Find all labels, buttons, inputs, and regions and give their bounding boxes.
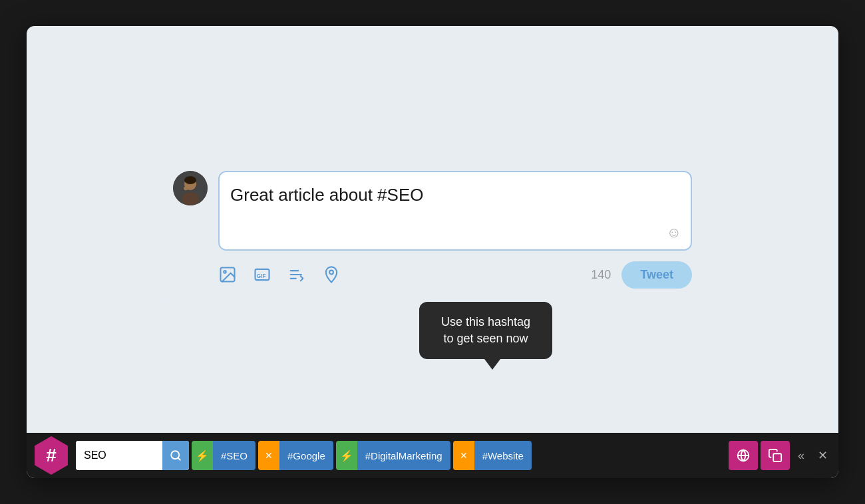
tooltip-line2: to get seen now: [443, 332, 528, 345]
composer-bottom: GIF: [173, 261, 692, 289]
svg-point-3: [184, 176, 196, 184]
hashtag-chip-website[interactable]: ✕ #Website: [453, 441, 532, 470]
tooltip-line1: Use this hashtag: [441, 315, 530, 328]
search-button[interactable]: [162, 441, 189, 470]
hashtag-bar: # ⚡ #SEO ✕ #Google ⚡ #DigitalMarketing: [27, 433, 838, 478]
thread-icon[interactable]: [287, 265, 306, 284]
chip-label-website: #Website: [474, 441, 532, 470]
char-count: 140: [591, 268, 611, 282]
tooltip-bubble: Use this hashtag to get seen now: [419, 302, 552, 359]
svg-line-14: [178, 457, 180, 459]
location-icon[interactable]: [322, 265, 341, 284]
tooltip-arrow: [484, 359, 500, 370]
bar-actions: « ✕: [729, 441, 833, 470]
compare-button[interactable]: [729, 441, 758, 470]
hashtag-logo[interactable]: #: [32, 436, 71, 475]
tweet-text: Great article about #SEO: [230, 183, 680, 239]
chip-icon-website: ✕: [453, 441, 474, 470]
gif-icon[interactable]: GIF: [253, 265, 271, 284]
svg-point-6: [224, 271, 226, 273]
chip-icon-google: ✕: [258, 441, 279, 470]
window-frame: Great article about #SEO ☺: [27, 26, 838, 478]
svg-point-12: [329, 271, 333, 275]
tooltip-container: Use this hashtag to get seen now: [419, 302, 552, 370]
composer-top: Great article about #SEO ☺: [173, 171, 692, 251]
chip-icon-digitalmarketing: ⚡: [336, 441, 357, 470]
svg-text:GIF: GIF: [257, 273, 266, 279]
chip-icon-seo: ⚡: [192, 441, 213, 470]
search-input[interactable]: [76, 441, 162, 470]
copy-button[interactable]: [761, 441, 790, 470]
emoji-icon[interactable]: ☺: [667, 224, 681, 241]
toolbar-icons: GIF: [218, 265, 591, 284]
main-content: Great article about #SEO ☺: [27, 26, 838, 433]
svg-point-2: [182, 192, 199, 205]
tweet-composer: Great article about #SEO ☺: [160, 158, 705, 302]
chip-label-digitalmarketing: #DigitalMarketing: [357, 441, 450, 470]
chip-label-seo: #SEO: [213, 441, 256, 470]
hashtag-chip-seo[interactable]: ⚡ #SEO: [192, 441, 256, 470]
chip-label-google: #Google: [279, 441, 333, 470]
hashtag-chip-digitalmarketing[interactable]: ⚡ #DigitalMarketing: [336, 441, 450, 470]
avatar: [173, 171, 208, 205]
hashtag-chip-google[interactable]: ✕ #Google: [258, 441, 333, 470]
svg-rect-17: [773, 453, 781, 461]
search-box: [76, 441, 189, 470]
nav-prev-button[interactable]: «: [792, 449, 810, 463]
nav-close-button[interactable]: ✕: [812, 448, 833, 463]
image-icon[interactable]: [218, 265, 237, 284]
tweet-button[interactable]: Tweet: [621, 261, 692, 289]
tweet-input-area[interactable]: Great article about #SEO ☺: [218, 171, 692, 251]
